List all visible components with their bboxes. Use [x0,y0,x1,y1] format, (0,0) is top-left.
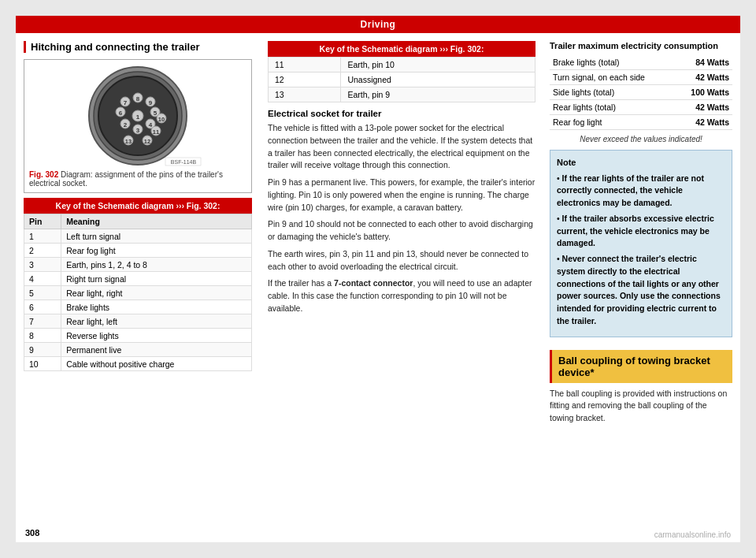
pin-meaning: Rear light, left [61,314,252,329]
table-row: 2Rear fog light [24,244,252,258]
middle-column: Key of the Schematic diagram ››› Fig. 30… [260,41,543,430]
pin-meaning: Earth, pin 10 [341,58,536,73]
table-row: 6Brake lights [24,300,252,314]
body-paragraph: Pin 9 has a permanent live. This powers,… [268,177,536,214]
pin-meaning: Reverse lights [61,329,252,343]
table-row: 10Cable without positive charge [24,357,252,371]
header-title: Driving [361,19,396,30]
note-bullet: • If the trailer absorbs excessive elect… [557,213,725,250]
pin-number: 3 [24,258,61,272]
body-paragraph: Pin 9 and 10 should not be connected to … [268,218,536,244]
watermark: carmanualsonline.info [654,530,731,539]
pin-number: 8 [24,329,61,343]
pin-meaning: Permanent live [61,343,252,357]
consumption-value: 84 Watts [676,55,732,70]
left-table-title: Key of the Schematic diagram ››› Fig. 30… [24,198,252,214]
table-row: 9Permanent live [24,343,252,357]
body-paragraph: The vehicle is fitted with a 13-pole pow… [268,122,536,172]
right-column: Trailer maximum electricity consumption … [543,41,732,430]
note-bullet: • If the rear lights of the trailer are … [557,173,725,210]
header-bar: Driving [16,16,740,33]
col-header-pin: Pin [24,214,61,229]
table-row: 12Unassigned [269,73,536,87]
svg-text:5: 5 [154,110,158,117]
consumption-row: Rear lights (total)42 Watts [550,100,732,115]
pin-number: 9 [24,343,61,357]
svg-text:6: 6 [119,110,123,117]
pin-meaning: Rear light, right [61,286,252,300]
svg-text:7: 7 [124,99,128,106]
consumption-value: 42 Watts [676,70,732,85]
consumption-label: Rear fog light [550,115,676,130]
note-title: Note [557,156,725,169]
ball-coupling-text: The ball coupling is provided with instr… [550,388,732,425]
electrical-socket-title: Electrical socket for trailer [268,109,536,118]
pin-number: 12 [269,73,341,87]
consumption-row: Brake lights (total)84 Watts [550,55,732,70]
consumption-title: Trailer maximum electricity consumption [550,41,732,50]
pin-number: 10 [24,357,61,371]
page: Driving Hitching and connecting the trai… [16,16,740,542]
pin-number: 1 [24,229,61,244]
page-number: 308 [25,528,39,538]
ball-coupling-section: Ball coupling of towing bracket device* … [550,350,732,425]
table-row: 8Reverse lights [24,329,252,343]
connector-diagram: 1 2 3 4 5 6 [67,65,209,167]
note-bullet: • Never connect the trailer's electric s… [557,253,725,328]
diagram-box: 1 2 3 4 5 6 [24,59,252,193]
pin-number: 7 [24,314,61,329]
fig-caption: Fig. 302 Diagram: assignment of the pins… [29,170,246,188]
pin-meaning: Right turn signal [61,272,252,286]
svg-text:2: 2 [124,121,128,128]
middle-paragraphs: The vehicle is fitted with a 13-pole pow… [268,122,536,315]
pin-meaning: Unassigned [341,73,536,87]
svg-text:BSF-114B: BSF-114B [171,159,197,165]
svg-text:9: 9 [149,99,153,106]
table-row: 5Rear light, right [24,286,252,300]
consumption-label: Turn signal, on each side [550,70,676,85]
pin-number: 2 [24,244,61,258]
svg-text:13: 13 [125,138,132,145]
note-bullets: • If the rear lights of the trailer are … [557,173,725,328]
consumption-value: 42 Watts [676,115,732,130]
pin-number: 11 [269,58,341,73]
pin-number: 5 [24,286,61,300]
pin-number: 4 [24,272,61,286]
consumption-value: 42 Watts [676,100,732,115]
pin-meaning: Earth, pins 1, 2, 4 to 8 [61,258,252,272]
ball-coupling-title: Ball coupling of towing bracket device* [550,350,732,383]
svg-text:3: 3 [136,127,140,134]
svg-text:12: 12 [144,138,150,145]
table-row: 1Left turn signal [24,229,252,244]
pin-number: 13 [269,87,341,102]
table-row: 13Earth, pin 9 [269,87,536,102]
pin-meaning: Earth, pin 9 [341,87,536,102]
left-column: Hitching and connecting the trailer 1 2 [24,41,260,430]
body-paragraph: The earth wires, pin 3, pin 11 and pin 1… [268,248,536,273]
svg-text:11: 11 [153,128,159,136]
section-title-hitching: Hitching and connecting the trailer [24,41,252,53]
pin-meaning: Cable without positive charge [61,357,252,371]
body-paragraph: If the trailer has a 7-contact connector… [268,277,536,314]
svg-text:8: 8 [136,95,140,102]
note-box: Note • If the rear lights of the trailer… [550,150,732,337]
table-row: 11Earth, pin 10 [269,58,536,73]
consumption-row: Side lights (total)100 Watts [550,85,732,100]
svg-text:10: 10 [158,116,165,123]
consumption-label: Brake lights (total) [550,55,676,70]
consumption-label: Rear lights (total) [550,100,676,115]
svg-text:4: 4 [149,121,153,128]
never-exceed-text: Never exceed the values indicated! [550,135,732,143]
consumption-value: 100 Watts [676,85,732,100]
fig-caption-text: Diagram: assignment of the pins of the t… [29,170,223,188]
middle-table-wrapper: Key of the Schematic diagram ››› Fig. 30… [268,41,536,102]
pin-meaning: Left turn signal [61,229,252,244]
left-table-wrapper: Key of the Schematic diagram ››› Fig. 30… [24,198,252,371]
consumption-row: Turn signal, on each side42 Watts [550,70,732,85]
fig-label: Fig. 302 [29,170,58,179]
table-row: 7Rear light, left [24,314,252,329]
middle-pin-table: 11Earth, pin 1012Unassigned13Earth, pin … [268,57,536,102]
col-header-meaning: Meaning [61,214,252,229]
pin-number: 6 [24,300,61,314]
consumption-table: Brake lights (total)84 WattsTurn signal,… [550,55,732,130]
